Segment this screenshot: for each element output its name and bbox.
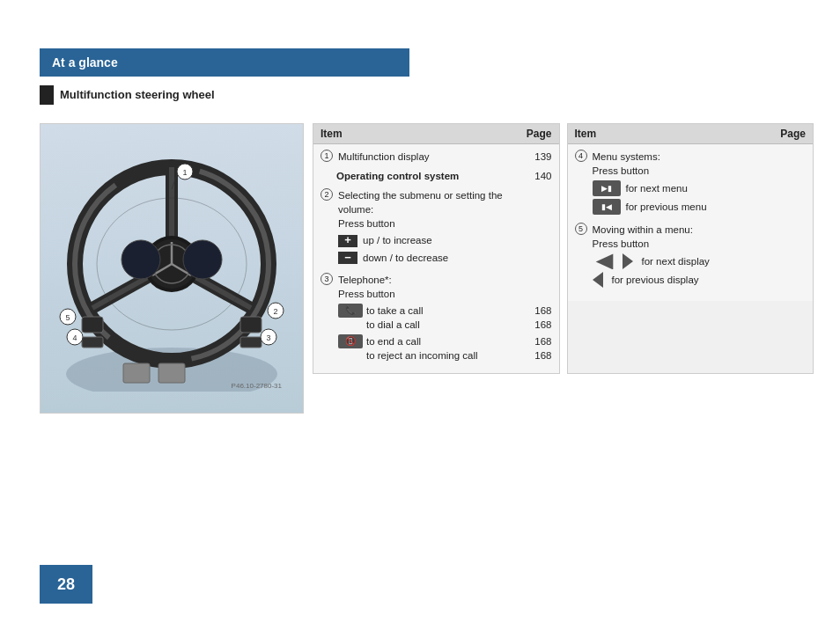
steering-wheel-image: 1 2 3 4 5 P46.10-2780-31 [40,123,304,414]
svg-text:1: 1 [182,168,187,177]
left-table-body: 1 Multifunction display 139 Operating co… [313,144,559,373]
right-table-body: 4 Menu systems: Press button ▶▮ for next… [568,144,814,301]
table-row: 5 Moving within a menu: Press button for… [575,223,807,290]
tables-area: Item Page 1 Multifunction display 139 Op… [313,123,814,374]
svg-text:P46.10-2780-31: P46.10-2780-31 [232,382,283,390]
press-button-1: Press button [338,216,522,231]
plus-icon: + [338,235,357,247]
row-num-2: 2 [321,188,333,201]
table-row: 2 Selecting the submenu or setting the v… [321,188,552,267]
row-content-menu-systems: Menu systems: Press button ▶▮ for next m… [593,150,807,217]
next-menu-icon: ▶▮ [593,180,621,196]
row-num-4: 4 [575,150,587,162]
table-row: Operating control system 140 [336,169,552,183]
dial-call-text: to dial a call [366,318,420,332]
end-call-row: to end a call 168 [366,334,552,348]
icon-row-next-menu: ▶▮ for next menu [593,180,807,196]
right-col-item-header: Item [575,128,775,140]
take-call-row: to take a call 168 [366,304,552,318]
svg-point-16 [122,240,160,279]
next-display-icon [593,253,617,269]
telephone-text: Telephone*: [338,273,552,287]
triangle-right-icon [623,253,633,269]
moving-menu-heading: Moving within a menu: [593,223,807,237]
svg-point-17 [183,240,222,279]
triangle-left-icon [593,272,603,288]
reject-call-row: to reject an incoming call 168 [366,348,552,363]
row-content-operating: Operating control system [336,169,522,183]
right-col-page-header: Page [774,128,806,140]
page-number-box: 28 [40,565,92,604]
prev-menu-icon: ▮◀ [593,199,621,215]
take-call-page: 168 [526,304,552,318]
svg-rect-33 [123,363,150,383]
svg-text:2: 2 [273,307,277,316]
row-page-139: 139 [526,150,552,164]
submenu-text: Selecting the submenu or setting the vol… [338,188,522,216]
minus-icon: − [338,252,357,264]
end-call-content: to end a call 168 to reject an incoming … [366,334,552,363]
reject-call-text: to reject an incoming call [366,348,478,363]
page-number: 28 [57,575,75,594]
svg-text:4: 4 [72,333,77,342]
table-row: 4 Menu systems: Press button ▶▮ for next… [575,150,807,217]
dial-call-row: to dial a call 168 [366,318,552,332]
menu-systems-heading: Menu systems: [593,150,807,164]
left-col-item-header: Item [321,128,520,140]
row-content-moving-menu: Moving within a menu: Press button for n… [593,223,807,290]
row-num-1: 1 [321,150,333,162]
svg-rect-34 [158,363,185,383]
phone-end-row: 📵 to end a call 168 to reject an incomin… [338,334,552,363]
next-menu-text: for next menu [626,181,688,195]
row-content-multifunction: Multifunction display [338,150,522,164]
next-display-text: for next display [642,254,710,268]
press-button-3: Press button [593,164,807,178]
phone-take-row: 📞 to take a call 168 to dial a call 168 [338,304,552,332]
icon-row-prev-menu: ▮◀ for previous menu [593,199,807,215]
down-text: down / to decrease [363,251,448,265]
row-page-140: 140 [526,169,552,183]
svg-rect-19 [82,337,103,348]
section-bar [40,85,54,105]
left-col-page-header: Page [520,128,552,140]
take-call-content: to take a call 168 to dial a call 168 [366,304,552,332]
left-table-header: Item Page [313,124,559,144]
svg-rect-18 [82,317,103,333]
left-table: Item Page 1 Multifunction display 139 Op… [313,123,560,374]
take-call-text: to take a call [366,304,424,318]
end-call-text: to end a call [366,334,421,348]
steering-wheel-svg: 1 2 3 4 5 P46.10-2780-31 [57,145,286,392]
press-button-2: Press button [338,287,552,301]
icon-row-down: − down / to decrease [338,251,522,265]
icon-row-prev-display: for previous display [593,272,807,288]
phone-end-icon: 📵 [338,334,363,348]
row-content-submenu: Selecting the submenu or setting the vol… [338,188,522,267]
press-button-4: Press button [593,237,807,251]
header-title: At a glance [52,55,118,70]
row-num-3: 3 [321,273,333,285]
row-num-5: 5 [575,223,587,235]
section-title: Multifunction steering wheel [60,88,215,101]
up-text: up / to increase [363,233,432,247]
svg-rect-20 [240,317,262,333]
svg-text:5: 5 [65,313,70,322]
table-row: 1 Multifunction display 139 [321,150,552,164]
svg-text:3: 3 [266,333,270,342]
prev-menu-text: for previous menu [626,200,707,214]
dial-call-page: 168 [526,318,552,332]
end-call-page: 168 [526,334,552,348]
table-row: 3 Telephone*: Press button 📞 to take a c… [321,273,552,363]
prev-display-text: for previous display [612,273,699,287]
right-table: Item Page 4 Menu systems: Press button ▶… [567,123,814,374]
reject-call-page: 168 [526,348,552,363]
icon-row-next-display: for next display [593,253,807,269]
svg-rect-21 [240,337,262,348]
icon-row-up: + up / to increase [338,233,522,247]
row-content-telephone: Telephone*: Press button 📞 to take a cal… [338,273,552,363]
right-table-header: Item Page [568,124,814,144]
phone-take-icon: 📞 [338,304,363,318]
header-banner: At a glance [40,48,409,77]
